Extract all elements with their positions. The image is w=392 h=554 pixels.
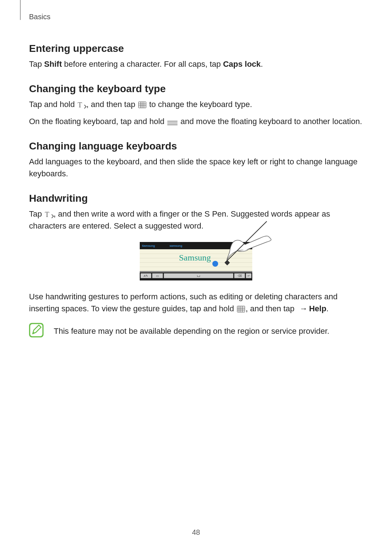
text: . — [326, 304, 328, 313]
heading-entering-uppercase: Entering uppercase — [29, 43, 363, 54]
para-kbtype-1: Tap and hold , and then tap to change th… — [29, 98, 363, 110]
keyboard-key-icon: ▭ — [152, 273, 163, 278]
handwritten-text: Samsung — [179, 253, 211, 263]
suggestion-word: Samsung — [142, 244, 155, 247]
pen-tip-dot — [212, 261, 218, 267]
para-kbtype-2: On the floating keyboard, tap and hold a… — [29, 115, 363, 127]
help-label: Help — [309, 304, 326, 313]
enter-key-icon: ↵ — [246, 273, 252, 278]
keyboard-grid-icon — [237, 306, 245, 312]
shift-label: Shift — [44, 59, 62, 69]
text: , and then tap — [246, 304, 297, 313]
para-uppercase: Tap Shift before entering a character. F… — [29, 58, 363, 70]
para-handwriting-1: Tap , and then write a word with a finge… — [29, 208, 363, 232]
suggestion-bar: Samsung samsung — [140, 242, 252, 249]
text: On the floating keyboard, tap and hold — [29, 117, 167, 126]
text: Tap — [29, 209, 44, 218]
text: , and then tap — [86, 100, 138, 109]
para-handwriting-2: Use handwriting gestures to perform acti… — [29, 291, 363, 316]
arrow-icon: → — [299, 304, 307, 313]
note-block: This feature may not be available depend… — [29, 323, 363, 337]
t-pen-icon — [45, 210, 53, 218]
heading-kbtype: Changing the keyboard type — [29, 83, 363, 95]
space-key: ⌴ — [164, 273, 233, 278]
para-lang: Add languages to the keyboard, and then … — [29, 156, 363, 180]
heading-lang: Changing language keyboards — [29, 140, 363, 152]
keyboard-bottom-row: A✎ ▭ ⌴ ⌫ ↵ — [140, 272, 252, 280]
heading-handwriting: Handwriting — [29, 193, 363, 204]
text: Tap — [29, 59, 44, 69]
section-tag: Basics — [29, 13, 363, 21]
text: , and then write a word with a finger or… — [29, 209, 330, 230]
svg-rect-2 — [30, 324, 43, 337]
drag-handle-icon — [167, 121, 177, 125]
text: . — [261, 59, 263, 69]
page-number: 48 — [0, 528, 392, 537]
text: Tap and hold — [29, 100, 77, 109]
backspace-key-icon: ⌫ — [234, 273, 245, 278]
svg-marker-1 — [225, 260, 229, 265]
capslock-label: Caps lock — [223, 59, 261, 69]
keyboard-grid-icon — [138, 102, 146, 108]
handwriting-figure: Samsung samsung Samsung A — [29, 242, 363, 280]
text: to change the keyboard type. — [147, 100, 252, 109]
t-pen-icon — [78, 100, 86, 108]
writing-area: Samsung — [140, 249, 252, 272]
text: before entering a character. For all cap… — [62, 59, 223, 69]
note-text: This feature may not be available depend… — [54, 323, 329, 337]
suggestion-word: samsung — [170, 244, 182, 247]
mode-key: A✎ — [140, 273, 151, 278]
note-pen-icon — [29, 323, 44, 337]
text: and move the floating keyboard to anothe… — [178, 117, 362, 126]
